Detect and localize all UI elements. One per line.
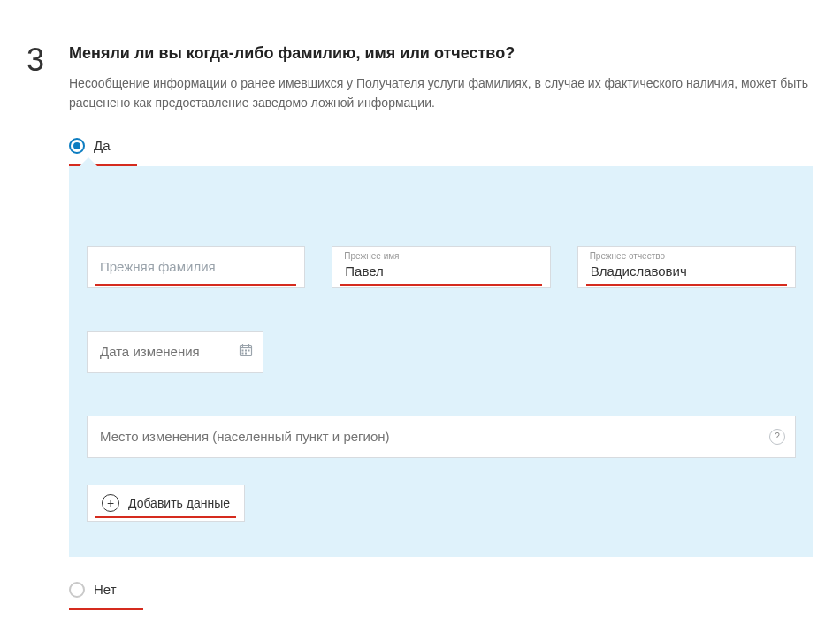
field-prev-patronymic: Прежнее отчество	[577, 246, 796, 288]
help-icon[interactable]: ?	[769, 429, 785, 445]
change-date-input[interactable]	[87, 331, 263, 373]
step-number: 3	[27, 44, 69, 610]
svg-rect-4	[242, 349, 244, 351]
underline-indicator	[95, 516, 236, 518]
underline-indicator	[586, 284, 787, 286]
radio-option-no[interactable]: Нет	[69, 582, 143, 610]
field-change-date	[87, 331, 263, 373]
field-prev-surname	[87, 246, 305, 288]
radio-icon-selected	[69, 138, 85, 154]
svg-rect-5	[245, 349, 247, 351]
question-description: Несообщение информации о ранее имевшихся…	[69, 73, 813, 113]
calendar-icon[interactable]	[239, 343, 253, 361]
underline-indicator	[340, 284, 541, 286]
prev-name-label: Прежнее имя	[344, 251, 399, 261]
radio-label-yes: Да	[94, 138, 111, 153]
prev-patronymic-label: Прежнее отчество	[590, 251, 665, 261]
field-prev-name: Прежнее имя	[332, 246, 550, 288]
underline-indicator	[95, 284, 296, 286]
radio-label-no: Нет	[94, 582, 117, 597]
plus-icon: +	[102, 494, 119, 512]
question-title: Меняли ли вы когда-либо фамилию, имя или…	[69, 44, 813, 63]
svg-rect-6	[248, 349, 250, 351]
svg-rect-7	[242, 352, 244, 354]
field-change-place: ?	[87, 416, 796, 458]
add-button-label: Добавить данные	[128, 496, 230, 510]
change-place-input[interactable]	[87, 416, 796, 458]
prev-surname-input[interactable]	[87, 246, 305, 288]
svg-rect-8	[245, 352, 247, 354]
radio-icon-unselected	[69, 582, 85, 598]
expanded-panel: Прежнее имя Прежнее отчество	[69, 166, 813, 557]
